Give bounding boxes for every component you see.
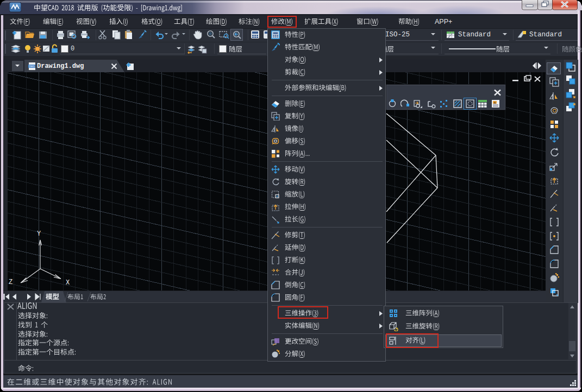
svg-text:DWG: DWG [29, 65, 35, 68]
